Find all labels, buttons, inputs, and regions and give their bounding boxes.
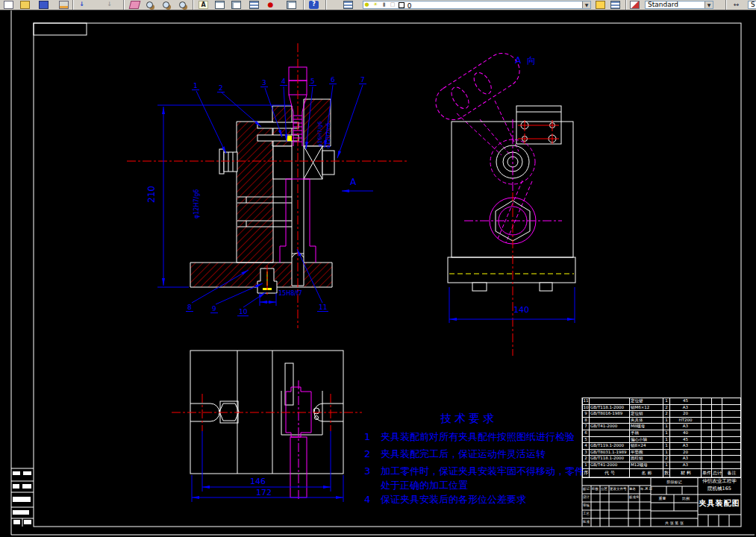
part-code: GB/T118.1-2000 [590, 456, 630, 462]
redo-icon[interactable]: ↓ [104, 1, 114, 9]
layer-plot-icon[interactable]: □ [390, 1, 396, 8]
part-qty: 2 [663, 456, 670, 462]
tech-requirements: 技术要求 1夹具装配前对所有夹具配件按照图纸进行检验 2夹具装配完工后，保证运动… [364, 410, 588, 507]
balloon-9: 9 [210, 305, 218, 313]
dim-bore-fit-right2: φ12H7/n6 [325, 123, 331, 149]
dim-style-icon[interactable]: ↔ [731, 1, 741, 9]
parts-list-row: 10 GB/T118.1-2000 销M6×12 2 A3 [583, 405, 740, 412]
part-weight-total [712, 450, 722, 456]
text-style-value: Standard [648, 1, 678, 8]
make-object-layer-current-icon[interactable] [596, 1, 605, 9]
part-weight-unit [702, 450, 712, 456]
drawing-title: 夹具装配图 [698, 498, 741, 509]
tech-requirement-text: 加工零件时，保证夹具安装牢固不得移动，零件 [381, 465, 584, 477]
part-weight-total [712, 405, 722, 411]
properties-icon[interactable] [215, 1, 225, 9]
tech-requirement-item: 2夹具装配完工后，保证运动件灵活运转 [364, 446, 546, 461]
cad-application-window: ↓ ↓ A ● ? ● ☀ ▮ □ 0 ▼ Standard [0, 0, 756, 537]
part-note [722, 443, 740, 449]
label-date: 年.月.日 [640, 487, 652, 491]
plot-icon[interactable] [59, 1, 69, 9]
part-note [722, 398, 740, 404]
dim-bottom-outer: 172 [256, 488, 272, 497]
zoom-window-icon[interactable] [163, 1, 169, 8]
chevron-down-icon[interactable]: ▼ [705, 1, 713, 8]
label-sign: 签名 [629, 487, 636, 491]
parts-list-row: 7 GB/T41-2000 M8螺母 1 A3 [583, 424, 740, 430]
part-qty: 1 [663, 450, 670, 456]
part-name: 销8×24 [630, 443, 663, 449]
help-icon[interactable]: ? [309, 1, 319, 9]
dim-style-dropdown[interactable]: S [748, 1, 756, 9]
parts-list-row: 4 GB/T119.1-2000 销8×24 1 A3 [583, 443, 740, 450]
part-material: A3 [670, 456, 702, 462]
match-properties-icon[interactable] [630, 1, 640, 9]
zoom-realtime-icon[interactable] [146, 1, 153, 8]
toolbar-separator [193, 0, 194, 10]
toolbar-separator [123, 0, 125, 10]
find-icon[interactable]: A [199, 1, 208, 9]
part-note [722, 450, 740, 456]
dim-front-height: 210 [146, 186, 157, 203]
part-code [590, 430, 630, 436]
part-qty: 1 [663, 430, 670, 436]
draw-order-icon[interactable]: ● [266, 1, 275, 9]
part-name: 夹具体 [630, 418, 663, 424]
part-weight-unit [702, 443, 712, 449]
undo-icon[interactable]: ↓ [77, 1, 87, 9]
label-audit: 审核 [583, 503, 590, 507]
quick-table-icon[interactable] [231, 1, 241, 9]
save-icon[interactable] [39, 1, 49, 9]
dim-bore-fit-left: φ12H7/g6 [193, 189, 200, 219]
layer-lock-icon[interactable]: ▮ [381, 1, 387, 8]
part-no: 9 [583, 411, 590, 417]
balloon-8: 8 [186, 304, 193, 312]
part-note [722, 411, 740, 417]
layer-color-swatch[interactable] [399, 2, 404, 8]
open-icon[interactable] [20, 1, 30, 9]
part-qty: 1 [663, 462, 670, 468]
table-grid-icon[interactable] [287, 1, 296, 9]
chevron-down-icon[interactable]: ▼ [582, 1, 590, 8]
part-material: A3 [670, 462, 702, 468]
part-name: 销M6×12 [630, 405, 663, 411]
balloon-10: 10 [237, 308, 249, 316]
parts-list-row: 11 定位键 1 45 [583, 398, 740, 405]
balloon-3: 3 [260, 79, 268, 87]
parts-list-row: 9 GB/T8016-1989 定位销 2 20 [583, 411, 740, 418]
balloon-5: 5 [309, 78, 316, 86]
label-stage: 阶段标记 [651, 480, 698, 484]
label-count: 处数 [592, 487, 599, 491]
part-note [722, 430, 740, 436]
parts-list-header: 序号 代 号 名 称 数量 材 料 单件 总计 备注 [583, 469, 740, 477]
layer-sun-icon[interactable]: ☀ [372, 1, 379, 8]
parts-list-row: 3 GB/T8031.1-1989 平垫圈 1 20 [583, 450, 740, 456]
layer-dropdown[interactable]: ● ☀ ▮ □ 0 ▼ [363, 1, 591, 9]
label-mark: 标记 [583, 487, 590, 491]
layer-bulb-icon[interactable]: ● [363, 1, 370, 8]
new-icon[interactable] [4, 1, 13, 9]
layer-manager-icon[interactable] [343, 1, 353, 9]
part-no: 8 [583, 418, 590, 424]
tech-requirement-number: 2 [364, 448, 381, 459]
zoom-previous-icon[interactable] [179, 1, 186, 8]
tech-requirement-number: 1 [364, 431, 381, 442]
text-style-dropdown[interactable]: Standard ▼ [645, 1, 713, 9]
tech-requirement-item: 处于正确的加工位置 [364, 477, 468, 492]
part-note [722, 437, 740, 443]
part-weight-unit [702, 437, 712, 443]
part-code: GB/T8016-1989 [590, 411, 630, 417]
parts-list-row: 5 偏心小轴 1 45 [583, 437, 740, 444]
part-name: M8螺母 [630, 424, 663, 430]
part-weight-total [712, 456, 722, 462]
layer-previous-icon[interactable] [610, 1, 620, 9]
erase-icon[interactable] [129, 1, 141, 9]
part-material: 45 [670, 437, 702, 443]
label-craft: 工艺 [583, 512, 590, 515]
layer-stack-icon[interactable] [249, 1, 259, 9]
part-weight-unit [702, 411, 712, 417]
part-qty: 1 [663, 424, 670, 430]
balloon-7: 7 [359, 76, 366, 84]
label-scale: 比例 [674, 496, 698, 500]
dim-bore-fit-right1: φ16H7/g6 [317, 122, 323, 148]
